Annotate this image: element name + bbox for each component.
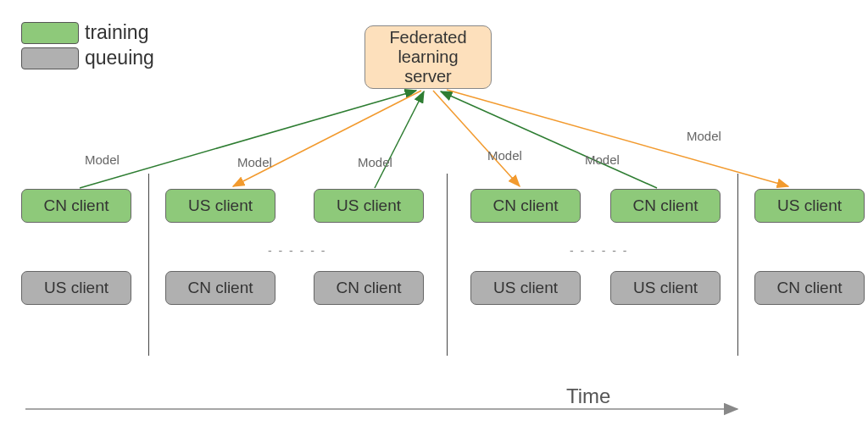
client-label: CN client: [776, 279, 842, 297]
training-client-3: CN client: [470, 189, 581, 223]
training-client-1: US client: [165, 189, 275, 223]
client-label: US client: [633, 279, 698, 297]
dots-group-1: - - - - - -: [268, 244, 326, 257]
legend: training queuing: [21, 21, 154, 72]
server-label: Federated learning server: [389, 28, 466, 86]
queuing-client-0: US client: [21, 271, 131, 305]
training-client-4: CN client: [610, 189, 721, 223]
queuing-client-1: CN client: [165, 271, 275, 305]
legend-swatch-training: [21, 22, 79, 44]
model-label-4: Model: [585, 152, 620, 167]
arrow-col-2: [375, 91, 424, 188]
legend-label-training: training: [85, 21, 148, 44]
client-label: CN client: [632, 196, 698, 215]
client-label: US client: [777, 196, 842, 215]
training-client-2: US client: [314, 189, 424, 223]
legend-swatch-queuing: [21, 47, 79, 69]
server-box: Federated learning server: [364, 25, 492, 89]
arrow-col-5: [447, 90, 788, 186]
model-label-5: Model: [687, 129, 721, 143]
client-label: US client: [44, 279, 108, 297]
dots-group-2: - - - - - -: [570, 244, 628, 257]
client-label: CN client: [187, 279, 253, 297]
client-label: CN client: [492, 196, 558, 215]
arrow-col-3: [433, 91, 520, 186]
time-label: Time: [566, 384, 610, 408]
client-label: US client: [188, 196, 253, 215]
client-label: US client: [493, 279, 558, 297]
training-client-5: US client: [754, 189, 865, 223]
legend-label-queuing: queuing: [85, 47, 154, 69]
separator-0: [148, 174, 149, 356]
arrow-col-0: [80, 91, 416, 188]
client-label: US client: [337, 196, 401, 215]
legend-item-queuing: queuing: [21, 47, 154, 69]
queuing-client-4: US client: [610, 271, 721, 305]
model-label-2: Model: [358, 155, 392, 169]
arrow-col-4: [441, 91, 657, 188]
model-label-3: Model: [487, 148, 522, 163]
model-label-1: Model: [237, 155, 272, 169]
queuing-client-5: CN client: [754, 271, 865, 305]
separator-2: [737, 174, 738, 356]
client-label: CN client: [336, 279, 401, 297]
training-client-0: CN client: [21, 189, 131, 223]
client-label: CN client: [43, 196, 108, 215]
model-label-0: Model: [85, 152, 120, 167]
arrow-col-1: [233, 91, 421, 186]
separator-1: [447, 174, 448, 356]
queuing-client-3: US client: [470, 271, 581, 305]
queuing-client-2: CN client: [314, 271, 424, 305]
legend-item-training: training: [21, 21, 154, 44]
